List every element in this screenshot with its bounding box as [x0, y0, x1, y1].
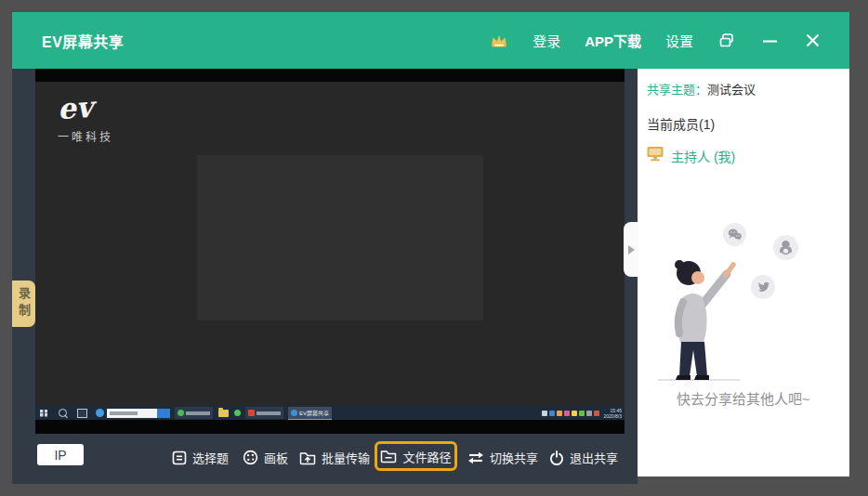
address-bar	[107, 409, 170, 418]
person-illustration	[652, 253, 745, 388]
taskbar-app-green	[175, 407, 213, 419]
toolbar-item-label: 画板	[264, 449, 288, 466]
login-button[interactable]: 登录	[533, 31, 560, 50]
ev-logo: ev	[57, 90, 94, 126]
toolbar-item-choice-question[interactable]: 选择题	[172, 449, 229, 466]
toolbar-item-switch-share[interactable]: 切换共享	[467, 449, 538, 466]
preview-bottom-black-bar	[35, 420, 625, 434]
twitter-bird-icon	[751, 275, 775, 299]
wechat-app-icon	[234, 410, 241, 416]
share-topic-value: 测试会议	[707, 83, 756, 97]
taskbar-app-ev-active: EV屏幕共享	[288, 407, 332, 420]
toolbar-item-label: 批量传输	[322, 449, 370, 466]
list-icon	[172, 450, 187, 465]
screen-share-preview: ev 一唯科技 EV屏幕共享 15:45	[35, 69, 625, 434]
record-tab-label: 录制	[15, 287, 33, 320]
toolbar-item-exit-share[interactable]: 退出共享	[549, 449, 618, 466]
chevron-right-icon	[628, 245, 635, 255]
toolbar-item-file-path-highlighted[interactable]: 文件路径	[375, 441, 457, 471]
toolbar-item-whiteboard[interactable]: 画板	[243, 449, 288, 466]
folder-upload-icon	[299, 450, 316, 465]
close-icon[interactable]	[803, 32, 822, 50]
members-count-title: 当前成员(1)	[647, 114, 715, 133]
system-tray: 15:45 2020/8/3	[542, 408, 625, 419]
preview-desktop: ev 一唯科技	[35, 82, 625, 406]
power-icon	[549, 450, 564, 465]
share-topic: 共享主题：测试会议	[647, 80, 756, 98]
member-name: 主持人 (我)	[671, 147, 735, 165]
toolbar-item-label: 文件路径	[402, 448, 451, 465]
qq-penguin-icon	[773, 235, 798, 260]
vip-crown-icon[interactable]	[490, 32, 508, 50]
browser-icon	[96, 409, 104, 417]
wechat-bubble-icon	[723, 223, 746, 246]
palette-icon	[243, 450, 258, 465]
minimize-icon[interactable]	[760, 32, 779, 50]
taskbar-app-label: EV屏幕共享	[299, 409, 329, 417]
settings-button[interactable]: 设置	[665, 31, 693, 50]
app-download-button[interactable]: APP下载	[585, 31, 641, 50]
host-monitor-icon	[647, 146, 664, 165]
sidebar-collapse-tab[interactable]	[624, 222, 638, 277]
taskbar-app-red	[245, 407, 283, 419]
preview-windows-taskbar: EV屏幕共享 15:45 2020/8/3	[35, 406, 625, 420]
file-explorer-icon	[218, 410, 229, 417]
ip-button[interactable]: IP	[37, 444, 84, 465]
search-icon	[59, 409, 67, 417]
toolbar-item-label: 退出共享	[570, 449, 618, 466]
task-view-icon	[77, 409, 87, 418]
toolbar-item-file-path[interactable]: 文件路径	[380, 448, 451, 465]
taskbar-clock: 15:45 2020/8/3	[604, 408, 622, 419]
title-bar: EV屏幕共享 登录 APP下载 设置	[12, 12, 849, 69]
share-topic-label: 共享主题：	[647, 83, 707, 97]
members-sidebar: 共享主题：测试会议 当前成员(1) 主持人 (我)	[638, 69, 849, 476]
member-list-item: 主持人 (我)	[647, 146, 735, 165]
ev-brand-text: 一唯科技	[58, 128, 113, 144]
share-hint-text: 快去分享给其他人吧~	[638, 388, 849, 408]
swap-arrows-icon	[467, 451, 484, 464]
toolbar-item-label: 选择题	[192, 449, 229, 466]
titlebar-actions: 登录 APP下载 设置	[490, 31, 849, 50]
toolbar-item-batch-transfer[interactable]: 批量传输	[299, 449, 370, 466]
preview-center-window	[197, 155, 483, 320]
app-title: EV屏幕共享	[42, 30, 124, 52]
restore-window-icon[interactable]	[717, 32, 736, 50]
record-tab[interactable]: 录制	[12, 281, 35, 327]
folder-path-icon	[380, 449, 397, 463]
toolbar-item-label: 切换共享	[490, 449, 538, 466]
preview-top-black-bar	[35, 69, 625, 82]
start-button-icon	[40, 410, 47, 417]
